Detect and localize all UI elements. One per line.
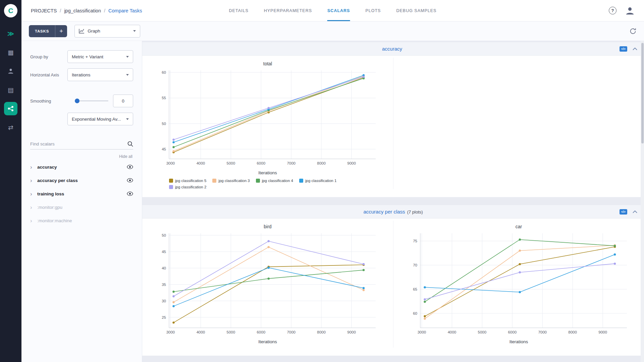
metric-section-title: accuracy per class(7 plots) <box>142 209 644 215</box>
chart-cell-empty <box>393 58 644 189</box>
svg-text:50: 50 <box>162 122 166 126</box>
caret-down-icon <box>126 56 129 58</box>
svg-text:4000: 4000 <box>197 330 205 334</box>
scrollbar[interactable] <box>641 41 644 362</box>
workers-icon[interactable] <box>4 64 17 78</box>
line-chart-svg: 300040005000600070008000900045505560 <box>154 67 382 168</box>
svg-text:45: 45 <box>162 250 166 254</box>
legend-item[interactable]: jpg classification 3 <box>212 179 250 183</box>
chart-plot[interactable]: 300040005000600070008000900045505560 <box>154 67 382 170</box>
chart-cell: bird 30004000500060007000800090002530354… <box>142 221 393 348</box>
search-icon[interactable] <box>127 141 133 147</box>
auto-refresh-button[interactable] <box>629 27 637 35</box>
tab-details[interactable]: DETAILS <box>229 0 249 21</box>
tab-debug-samples[interactable]: DEBUG SAMPLES <box>396 0 436 21</box>
chart-title: bird <box>154 224 382 229</box>
breadcrumb-project-name[interactable]: jpg_classification <box>64 8 101 13</box>
help-icon[interactable]: ? <box>609 7 616 14</box>
chevron-right-icon[interactable]: › <box>30 204 35 210</box>
chart-plot[interactable]: 300040005000600070008000900060657075 <box>405 230 633 339</box>
find-scalars-input[interactable] <box>30 141 127 146</box>
metric-section-accuracy-per-class: accuracy per class(7 plots) </> bird 300… <box>142 205 644 356</box>
svg-text:9000: 9000 <box>347 161 356 165</box>
group-by-label: Group by <box>30 54 48 59</box>
chart-accuracy-bird[interactable]: bird 30004000500060007000800090002530354… <box>154 221 382 348</box>
legend-swatch <box>169 185 173 189</box>
chevron-right-icon[interactable]: › <box>30 218 35 224</box>
network-icon <box>7 105 14 112</box>
line-chart-svg: 300040005000600070008000900060657075 <box>405 230 633 337</box>
legend-item[interactable]: jpg classification 1 <box>299 179 336 183</box>
svg-text:45: 45 <box>162 147 166 151</box>
svg-text:8000: 8000 <box>317 161 326 165</box>
projects-icon[interactable]: ▦ <box>4 46 17 59</box>
collapse-section-icon[interactable] <box>633 48 637 50</box>
chart-accuracy-car[interactable]: car 300040005000600070008000900060657075… <box>405 221 633 348</box>
pipelines-icon[interactable]: ⇄ <box>4 121 17 134</box>
legend-item[interactable]: jpg classification 2 <box>169 185 206 189</box>
horizontal-axis-select[interactable]: Iterations <box>67 68 133 81</box>
datasets-icon[interactable]: ▤ <box>4 83 17 97</box>
embed-code-icon[interactable]: </> <box>620 209 627 215</box>
svg-text:6000: 6000 <box>257 330 265 334</box>
legend-swatch <box>212 179 216 183</box>
tab-scalars[interactable]: SCALARS <box>327 0 350 21</box>
smoothing-method-select[interactable]: Exponential Moving Av... <box>67 113 133 125</box>
tab-hyperparameters[interactable]: HYPERPARAMETERS <box>264 0 312 21</box>
tasks-button[interactable]: TASKS <box>29 25 55 37</box>
header-tabs: DETAILSHYPERPARAMETERSSCALARSPLOTSDEBUG … <box>229 0 437 21</box>
svg-text:4000: 4000 <box>197 161 205 165</box>
hide-all-link[interactable]: Hide all <box>31 154 132 159</box>
svg-text:6000: 6000 <box>257 161 265 165</box>
getting-started-icon[interactable]: ≫ <box>4 27 17 40</box>
chevron-right-icon[interactable]: › <box>30 178 35 183</box>
chart-title: car <box>405 224 633 229</box>
breadcrumb-projects[interactable]: PROJECTS <box>31 8 57 13</box>
svg-text:35: 35 <box>162 283 166 287</box>
group-by-select[interactable]: Metric + Variant <box>67 50 133 63</box>
tab-plots[interactable]: PLOTS <box>365 0 381 21</box>
chevron-right-icon[interactable]: › <box>30 191 35 197</box>
header-actions: ? <box>609 6 635 15</box>
svg-text:9000: 9000 <box>347 330 356 334</box>
scrollbar-thumb[interactable] <box>641 43 644 143</box>
scalars-scroll-area[interactable]: accuracy </> total 300040005000600070008… <box>142 41 644 362</box>
svg-text:8000: 8000 <box>317 330 326 334</box>
smoothing-value-input[interactable] <box>113 95 133 107</box>
smoothing-label: Smoothing <box>30 99 51 104</box>
scalar-group--monitor-machine[interactable]: ›:monitor:machine <box>30 214 133 227</box>
embed-code-icon[interactable]: </> <box>620 46 627 52</box>
breadcrumb-separator: / <box>60 8 61 13</box>
svg-text:60: 60 <box>413 311 417 315</box>
svg-text:75: 75 <box>413 239 417 243</box>
eye-icon[interactable] <box>127 191 133 196</box>
slider-thumb[interactable] <box>75 99 79 103</box>
eye-icon[interactable] <box>127 178 133 183</box>
add-task-button[interactable]: + <box>55 25 67 37</box>
smoothing-slider[interactable] <box>75 99 108 103</box>
tasks-button-group: TASKS + <box>29 25 67 37</box>
chart-plot[interactable]: 3000400050006000700080009000253035404550 <box>154 230 382 339</box>
user-avatar-icon[interactable] <box>625 6 635 15</box>
experiments-icon[interactable] <box>4 102 17 115</box>
metric-section-header: accuracy </> <box>142 42 644 56</box>
scalar-group-accuracy[interactable]: ›accuracy <box>30 160 133 174</box>
collapse-section-icon[interactable] <box>633 210 637 213</box>
scalar-group-accuracy-per-class[interactable]: ›accuracy per class <box>30 174 133 187</box>
chart-accuracy-total[interactable]: total 3000400050006000700080009000455055… <box>154 58 382 189</box>
legend-item[interactable]: jpg classification 4 <box>256 179 293 183</box>
chevron-right-icon[interactable]: › <box>30 164 35 170</box>
view-type-select[interactable]: Graph <box>74 25 140 38</box>
eye-icon[interactable] <box>127 165 133 169</box>
left-nav-rail: C ≫ ▦ ▤ ⇄ <box>0 0 21 362</box>
svg-text:7000: 7000 <box>287 161 296 165</box>
page-body: Group by Metric + Variant Horizontal Axi… <box>21 41 644 362</box>
caret-down-icon <box>126 118 129 120</box>
clearml-logo[interactable]: C <box>4 4 17 17</box>
graph-icon <box>79 28 85 34</box>
section-charts: bird 30004000500060007000800090002530354… <box>142 219 644 356</box>
legend-item[interactable]: jpg classification 5 <box>169 179 206 183</box>
legend-swatch <box>299 179 303 183</box>
scalar-group--monitor-gpu[interactable]: ›:monitor:gpu <box>30 200 133 214</box>
scalar-group-training-loss[interactable]: ›training loss <box>30 187 133 200</box>
